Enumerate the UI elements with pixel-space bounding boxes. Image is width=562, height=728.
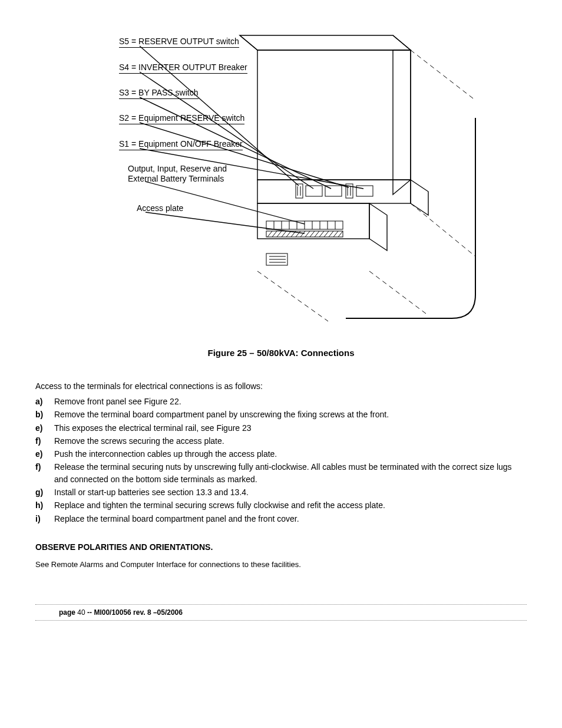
svg-line-4 bbox=[240, 35, 257, 50]
step-text: Push the interconnection cables up throu… bbox=[54, 448, 527, 460]
step-text: Remove the terminal board compartment pa… bbox=[54, 409, 527, 420]
label-s2: S2 = Equipment RESERVE switch bbox=[119, 113, 244, 124]
step-text: Remove front panel see Figure 22. bbox=[54, 396, 527, 407]
svg-line-44 bbox=[146, 212, 305, 233]
step-item: g)Install or start-up batteries see sect… bbox=[35, 486, 527, 498]
svg-line-5 bbox=[393, 35, 411, 50]
step-item: b)Remove the terminal board compartment … bbox=[35, 409, 527, 420]
step-letter: e) bbox=[35, 448, 54, 460]
step-letter: b) bbox=[35, 409, 54, 420]
svg-rect-8 bbox=[296, 184, 303, 198]
label-s1: S1 = Equipment ON/OFF Breaker bbox=[119, 139, 243, 150]
svg-rect-9 bbox=[306, 186, 322, 196]
label-access-plate: Access plate bbox=[137, 203, 183, 213]
step-letter: g) bbox=[35, 486, 54, 498]
svg-line-34 bbox=[411, 50, 475, 100]
step-letter: f) bbox=[35, 435, 54, 447]
step-letter: e) bbox=[35, 422, 54, 434]
svg-line-43 bbox=[146, 182, 305, 224]
step-item: h)Replace and tighten the terminal secur… bbox=[35, 499, 527, 511]
step-item: a)Remove front panel see Figure 22. bbox=[35, 396, 527, 407]
svg-line-35 bbox=[411, 203, 475, 256]
step-text: Replace and tighten the terminal securin… bbox=[54, 499, 527, 511]
svg-rect-12 bbox=[356, 186, 373, 196]
label-s5: S5 = RESERVE OUTPUT switch bbox=[119, 37, 239, 48]
observe-text: See Remote Alarms and Computer Interface… bbox=[35, 560, 527, 569]
label-s3: S3 = BY PASS switch bbox=[119, 88, 199, 99]
step-text: Remove the screws securing the access pl… bbox=[54, 435, 527, 447]
figure-caption: Figure 25 – 50/80kVA: Connections bbox=[35, 348, 527, 358]
svg-marker-18 bbox=[369, 203, 387, 251]
step-letter: f) bbox=[35, 461, 54, 485]
step-text: This exposes the electrical terminal rai… bbox=[54, 422, 527, 434]
figure-diagram: S5 = RESERVE OUTPUT switch S4 = INVERTER… bbox=[63, 24, 499, 330]
svg-marker-3 bbox=[393, 50, 411, 195]
svg-line-36 bbox=[257, 271, 328, 321]
footer-sep: -- bbox=[85, 608, 94, 617]
svg-marker-7 bbox=[411, 180, 428, 215]
step-letter: i) bbox=[35, 513, 54, 525]
step-letter: a) bbox=[35, 396, 54, 407]
intro-text: Access to the terminals for electrical c… bbox=[35, 381, 527, 391]
label-terminals: Output, Input, Reserve and External Batt… bbox=[128, 164, 246, 184]
step-letter: h) bbox=[35, 499, 54, 511]
step-item: e)Push the interconnection cables up thr… bbox=[35, 448, 527, 460]
step-item: i)Replace the terminal board compartment… bbox=[35, 513, 527, 525]
footer-page-num: 40 bbox=[77, 608, 85, 617]
footer-doc: MI00/10056 rev. 8 –05/2006 bbox=[94, 608, 183, 617]
step-item: f)Remove the screws securing the access … bbox=[35, 435, 527, 447]
step-text: Replace the terminal board compartment p… bbox=[54, 513, 527, 525]
step-item: e)This exposes the electrical terminal r… bbox=[35, 422, 527, 434]
footer-page-word: page bbox=[59, 608, 75, 617]
svg-marker-1 bbox=[240, 35, 411, 50]
step-text: Install or start-up batteries see sectio… bbox=[54, 486, 527, 498]
step-text: Release the terminal securing nuts by un… bbox=[54, 461, 527, 485]
step-item: f)Release the terminal securing nuts by … bbox=[35, 461, 527, 485]
label-s4: S4 = INVERTER OUTPUT Breaker bbox=[119, 62, 247, 74]
svg-line-37 bbox=[369, 271, 428, 315]
page-footer: page 40 -- MI00/10056 rev. 8 –05/2006 bbox=[35, 605, 527, 621]
svg-rect-2 bbox=[257, 50, 411, 180]
steps-list: a)Remove front panel see Figure 22. b)Re… bbox=[35, 396, 527, 525]
observe-title: OBSERVE POLARITIES AND ORIENTATIONS. bbox=[35, 542, 527, 552]
